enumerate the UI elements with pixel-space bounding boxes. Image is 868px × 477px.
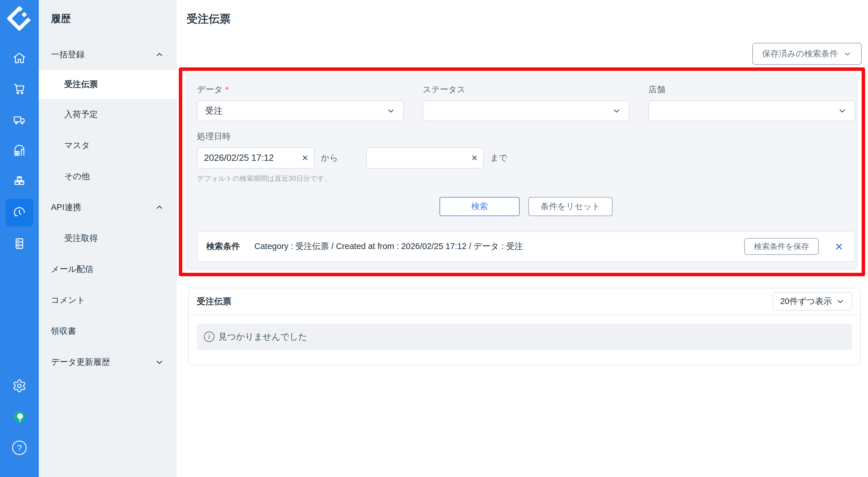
store-select[interactable]: [648, 100, 855, 121]
settings-icon[interactable]: [5, 372, 33, 400]
sidebar-item-label: 領収書: [51, 325, 76, 337]
chevron-down-icon: [612, 106, 621, 116]
brand-logo[interactable]: [7, 6, 32, 31]
clear-to-icon[interactable]: ×: [471, 153, 477, 163]
sidebar-item-other[interactable]: その他: [39, 161, 177, 192]
page-title: 受注伝票: [187, 11, 230, 26]
search-button[interactable]: 検索: [439, 197, 520, 216]
intercom-icon[interactable]: [5, 403, 33, 431]
sidebar: 履歴 一括登録 受注伝票 入荷予定 マスタ その他 API連携 受注取得 メール…: [39, 0, 177, 477]
rail-nav: [5, 44, 33, 261]
sidebar-group-data-history[interactable]: データ更新履歴: [39, 347, 177, 378]
reset-button[interactable]: 条件をリセット: [528, 197, 612, 216]
results-card: 受注伝票 20件ずつ表示 i 見つかりませんでした: [188, 288, 861, 365]
sidebar-title: 履歴: [39, 0, 177, 24]
search-condition-text: Category : 受注伝票 / Created at from : 2026…: [254, 241, 744, 252]
history-icon[interactable]: [5, 199, 33, 226]
field-store: 店舗: [648, 85, 855, 121]
data-select[interactable]: 受注: [197, 100, 404, 121]
sidebar-item-arrival-schedule[interactable]: 入荷予定: [39, 99, 177, 130]
sidebar-menu: 一括登録 受注伝票 入荷予定 マスタ その他 API連携 受注取得 メール配信 …: [39, 39, 177, 378]
sidebar-item-label: 受注取得: [64, 232, 98, 244]
from-suffix-label: から: [321, 152, 338, 164]
database-icon[interactable]: [5, 230, 33, 257]
close-condition-icon[interactable]: ×: [835, 240, 843, 253]
data-select-value: 受注: [205, 105, 222, 117]
sidebar-item-receipt[interactable]: 領収書: [39, 316, 177, 347]
sidebar-item-mail[interactable]: メール配信: [39, 254, 177, 285]
icon-rail: ?: [0, 0, 39, 477]
help-glyph: ?: [12, 441, 27, 455]
sidebar-group-data-history-label: データ更新履歴: [51, 356, 110, 368]
chevron-down-icon: [843, 50, 852, 58]
sidebar-item-master[interactable]: マスタ: [39, 130, 177, 161]
search-condition-bar: 検索条件 Category : 受注伝票 / Created at from :…: [197, 231, 855, 262]
datetime-label: 処理日時: [197, 132, 857, 141]
datetime-to-field: ×: [366, 147, 484, 169]
data-label-text: データ: [197, 84, 222, 95]
data-label: データ *: [197, 85, 404, 95]
sidebar-item-label: メール配信: [51, 263, 93, 275]
datetime-from-input[interactable]: [204, 153, 291, 163]
filter-row-selects: データ * 受注 ステータス 店舗: [197, 85, 857, 121]
chevron-down-icon: [386, 106, 396, 116]
chevron-up-icon: [155, 50, 164, 59]
to-suffix-label: まで: [490, 152, 507, 164]
chevron-down-icon: [836, 297, 844, 306]
saved-search-button[interactable]: 保存済みの検索条件: [752, 43, 862, 65]
sidebar-item-label: その他: [64, 171, 90, 182]
chevron-up-icon: [155, 203, 164, 212]
packages-icon[interactable]: [5, 168, 33, 195]
sidebar-group-api[interactable]: API連携: [39, 192, 177, 223]
results-header: 受注伝票 20件ずつ表示: [189, 288, 860, 315]
sidebar-group-batch[interactable]: 一括登録: [39, 39, 177, 70]
warehouse-icon[interactable]: [5, 137, 33, 165]
status-select[interactable]: [423, 100, 629, 121]
filter-buttons: 検索 条件をリセット: [197, 197, 855, 216]
main-content: 受注伝票 保存済みの検索条件 データ * 受注 ステータス: [177, 0, 868, 477]
sidebar-group-api-label: API連携: [51, 202, 81, 213]
datetime-inputs: × から × まで: [197, 147, 857, 169]
sidebar-item-order-fetch[interactable]: 受注取得: [39, 223, 177, 254]
help-icon[interactable]: ?: [5, 434, 33, 462]
chevron-down-icon: [838, 106, 847, 116]
clear-from-icon[interactable]: ×: [302, 153, 308, 163]
empty-state: i 見つかりませんでした: [197, 324, 852, 350]
info-icon: i: [204, 331, 214, 342]
datetime-helper-text: デフォルトの検索期間は直近30日分です。: [197, 174, 857, 183]
results-title: 受注伝票: [197, 296, 231, 308]
save-search-condition-button[interactable]: 検索条件を保存: [744, 238, 819, 255]
field-data: データ * 受注: [197, 85, 404, 121]
results-body: i 見つかりませんでした: [189, 315, 860, 350]
field-status: ステータス: [423, 85, 629, 121]
filter-row-datetime: 処理日時 × から × まで デフォルトの検索期間は直近30日分です。: [197, 132, 857, 183]
sidebar-item-order-slips[interactable]: 受注伝票: [39, 70, 177, 99]
empty-state-message: 見つかりませんでした: [218, 331, 307, 343]
brand-logo-icon: [7, 6, 32, 31]
search-filter-panel: データ * 受注 ステータス 店舗: [186, 74, 857, 269]
page-size-label: 20件ずつ表示: [780, 296, 832, 307]
sidebar-item-comment[interactable]: コメント: [39, 285, 177, 316]
sidebar-item-label: コメント: [51, 294, 85, 306]
sidebar-group-batch-label: 一括登録: [51, 49, 85, 60]
status-label: ステータス: [423, 85, 629, 95]
store-label: 店舗: [648, 85, 855, 95]
saved-search-button-label: 保存済みの検索条件: [762, 48, 838, 60]
page-size-select[interactable]: 20件ずつ表示: [773, 292, 852, 311]
required-asterisk: *: [225, 85, 228, 95]
sidebar-item-label: 入荷予定: [64, 109, 98, 120]
sidebar-item-label: 受注伝票: [64, 79, 98, 90]
cart-icon[interactable]: [5, 75, 33, 103]
chevron-down-icon: [155, 357, 164, 367]
search-condition-label: 検索条件: [206, 241, 240, 252]
rail-bottom: ?: [5, 372, 33, 465]
truck-icon[interactable]: [5, 106, 33, 134]
sidebar-item-label: マスタ: [64, 140, 90, 151]
home-icon[interactable]: [5, 44, 33, 72]
datetime-from-field: ×: [197, 147, 314, 169]
annotation-red-box: データ * 受注 ステータス 店舗: [179, 67, 865, 276]
datetime-to-input[interactable]: [373, 153, 460, 163]
